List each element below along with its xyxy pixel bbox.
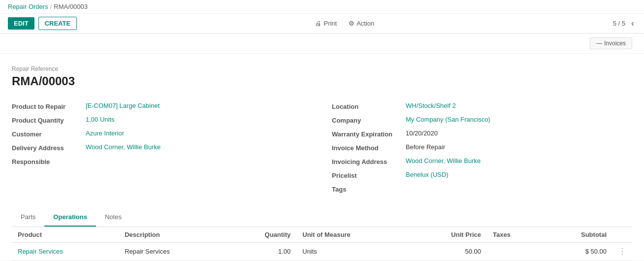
- invoice-icon: —: [596, 40, 602, 47]
- field-label-invoice-method: Invoice Method: [332, 143, 406, 152]
- col-header-product: Product: [12, 227, 119, 243]
- kebab-icon[interactable]: ⋮: [618, 247, 626, 256]
- field-warranty-expiration: Warranty Expiration 10/20/2020: [332, 128, 632, 141]
- breadcrumb-parent[interactable]: Repair Orders: [8, 3, 48, 10]
- field-value-company[interactable]: My Company (San Francisco): [406, 116, 490, 123]
- tab-parts[interactable]: Parts: [12, 208, 44, 227]
- table-header-row: Product Description Quantity Unit of Mea…: [12, 227, 632, 243]
- edit-button[interactable]: EDIT: [8, 17, 34, 30]
- field-delivery-address: Delivery Address Wood Corner, Willie Bur…: [12, 141, 312, 155]
- field-label-delivery-address: Delivery Address: [12, 143, 86, 152]
- col-header-uom: Unit of Measure: [296, 227, 409, 243]
- field-label-tags: Tags: [332, 185, 406, 193]
- field-company: Company My Company (San Francisco): [332, 114, 632, 128]
- invoices-label: Invoices: [604, 40, 626, 47]
- field-label-pricelist: Pricelist: [332, 171, 406, 179]
- repair-reference-label: Repair Reference: [12, 65, 632, 72]
- field-product-to-repair: Product to Repair [E-COM07] Large Cabine…: [12, 100, 312, 114]
- field-label-quantity: Product Quantity: [12, 116, 86, 124]
- field-pricelist: Pricelist Benelux (USD): [332, 169, 632, 183]
- col-header-actions: [612, 227, 632, 243]
- field-location: Location WH/Stock/Shelf 2: [332, 100, 632, 114]
- col-header-unit-price: Unit Price: [409, 227, 487, 243]
- field-invoice-method: Invoice Method Before Repair: [332, 141, 632, 155]
- cell-product[interactable]: Repair Services: [12, 243, 119, 261]
- nav-count: 5 / 5: [613, 20, 625, 27]
- col-header-quantity: Quantity: [225, 227, 296, 243]
- field-label-responsible: Responsible: [12, 157, 86, 165]
- tabs-nav: Parts Operations Notes: [12, 208, 632, 227]
- main-content: — Invoices Repair Reference RMA/00003 Pr…: [0, 33, 644, 261]
- invoices-smart-button[interactable]: — Invoices: [590, 37, 632, 49]
- print-label: Print: [323, 20, 337, 27]
- cell-quantity: 1.00: [225, 243, 296, 261]
- col-header-description: Description: [119, 227, 225, 243]
- field-label-customer: Customer: [12, 130, 86, 138]
- field-responsible: Responsible: [12, 155, 312, 169]
- field-label-location: Location: [332, 102, 406, 110]
- repair-reference-value: RMA/00003: [12, 74, 632, 88]
- field-value-product[interactable]: [E-COM07] Large Cabinet: [86, 102, 160, 109]
- field-value-warranty: 10/20/2020: [406, 130, 438, 137]
- col-header-subtotal: Subtotal: [542, 227, 612, 243]
- operations-table: Product Description Quantity Unit of Mea…: [12, 227, 632, 261]
- action-menu[interactable]: ⚙ Action: [349, 20, 374, 27]
- nav-controls: 5 / 5 ‹: [613, 18, 636, 29]
- action-label: Action: [356, 20, 374, 27]
- cell-taxes: [487, 243, 542, 261]
- field-value-invoicing-address[interactable]: Wood Corner, Willie Burke: [406, 157, 481, 164]
- table-row: Repair Services Repair Services 1.00 Uni…: [12, 243, 632, 261]
- field-value-quantity[interactable]: 1.00 Units: [86, 116, 115, 123]
- gear-icon: ⚙: [349, 20, 354, 27]
- field-label-company: Company: [332, 116, 406, 124]
- field-value-customer[interactable]: Azure Interior: [86, 130, 124, 137]
- col-header-taxes: Taxes: [487, 227, 542, 243]
- field-customer: Customer Azure Interior: [12, 128, 312, 141]
- cell-uom: Units: [296, 243, 409, 261]
- top-action-bar: EDIT CREATE 🖨 Print ⚙ Action 5 / 5 ‹: [0, 14, 644, 33]
- breadcrumb-separator: /: [50, 3, 52, 10]
- field-label-warranty: Warranty Expiration: [332, 130, 406, 138]
- create-button[interactable]: CREATE: [38, 17, 77, 30]
- cell-unit-price: 50.00: [409, 243, 487, 261]
- breadcrumb-current: RMA/00003: [54, 3, 88, 10]
- tab-operations[interactable]: Operations: [44, 208, 96, 227]
- field-value-pricelist[interactable]: Benelux (USD): [406, 171, 449, 178]
- smart-button-bar: — Invoices: [0, 33, 644, 54]
- cell-row-actions[interactable]: ⋮: [612, 243, 632, 261]
- print-action[interactable]: 🖨 Print: [315, 20, 337, 27]
- field-invoicing-address: Invoicing Address Wood Corner, Willie Bu…: [332, 155, 632, 169]
- field-label-invoicing-address: Invoicing Address: [332, 157, 406, 165]
- field-tags: Tags: [332, 183, 632, 196]
- top-bar-center: 🖨 Print ⚙ Action: [81, 20, 609, 27]
- field-value-invoice-method: Before Repair: [406, 143, 445, 151]
- cell-subtotal: $ 50.00: [542, 243, 612, 261]
- field-value-delivery-address[interactable]: Wood Corner, Willie Burke: [86, 143, 161, 151]
- nav-prev-button[interactable]: ‹: [629, 18, 636, 29]
- field-value-location[interactable]: WH/Stock/Shelf 2: [406, 102, 456, 109]
- table-section: Product Description Quantity Unit of Mea…: [12, 227, 632, 261]
- form-body: Repair Reference RMA/00003 Product to Re…: [0, 54, 644, 261]
- cell-description: Repair Services: [119, 243, 225, 261]
- field-product-quantity: Product Quantity 1.00 Units: [12, 114, 312, 128]
- fields-grid: Product to Repair [E-COM07] Large Cabine…: [12, 100, 632, 196]
- print-icon: 🖨: [315, 20, 322, 27]
- right-fields: Location WH/Stock/Shelf 2 Company My Com…: [332, 100, 632, 196]
- breadcrumb: Repair Orders / RMA/00003: [0, 0, 644, 14]
- left-fields: Product to Repair [E-COM07] Large Cabine…: [12, 100, 312, 196]
- field-label-product: Product to Repair: [12, 102, 86, 110]
- tabs-section: Parts Operations Notes Product Descripti…: [12, 208, 632, 261]
- tab-notes[interactable]: Notes: [96, 208, 130, 227]
